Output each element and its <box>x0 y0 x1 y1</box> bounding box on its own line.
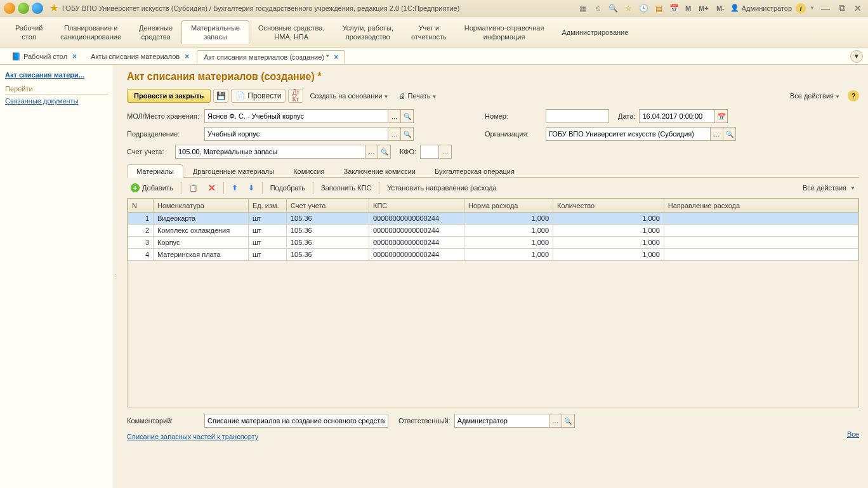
cell-norm[interactable]: 1,000 <box>464 225 553 237</box>
cell-direction[interactable] <box>664 237 858 249</box>
mol-input[interactable] <box>204 109 388 123</box>
move-down-button[interactable]: ⬇ <box>244 182 258 194</box>
comment-input[interactable] <box>204 414 388 428</box>
ellipsis-icon[interactable]: … <box>711 127 723 141</box>
cell-n[interactable]: 4 <box>128 249 154 261</box>
nav-reference[interactable]: Нормативно-справочная информация <box>456 21 553 44</box>
subtab-accounting-op[interactable]: Бухгалтерская операция <box>425 164 524 178</box>
post-and-close-button[interactable]: Провести и закрыть <box>127 89 211 103</box>
col-nomenclature[interactable]: Номенклатура <box>154 199 249 213</box>
cell-nomenclature[interactable]: Комплекс охлаждения <box>154 225 249 237</box>
nav-accounting[interactable]: Учет и отчетность <box>402 21 456 44</box>
cell-norm[interactable]: 1,000 <box>464 249 553 261</box>
move-up-button[interactable]: ⬆ <box>228 182 242 194</box>
tab-close-icon[interactable]: × <box>334 53 338 62</box>
col-n[interactable]: N <box>128 199 154 213</box>
tool-icon-2[interactable]: ⎋ <box>592 3 603 14</box>
search-icon[interactable]: 🔍 <box>401 127 414 141</box>
forward-button[interactable] <box>32 3 43 14</box>
select-items-button[interactable]: Подобрать <box>266 183 309 193</box>
memory-mplus-button[interactable]: M+ <box>697 4 711 12</box>
cell-direction[interactable] <box>664 225 858 237</box>
cell-n[interactable]: 3 <box>128 237 154 249</box>
col-unit[interactable]: Ед. изм. <box>249 199 287 213</box>
col-direction[interactable]: Направление расхода <box>664 199 858 213</box>
cell-n[interactable]: 1 <box>128 213 154 225</box>
sidebar-resize-handle[interactable]: ⋮ <box>113 65 118 488</box>
cell-direction[interactable] <box>664 213 858 225</box>
cell-norm[interactable]: 1,000 <box>464 237 553 249</box>
responsible-input[interactable] <box>454 414 549 428</box>
subtab-precious[interactable]: Драгоценные материалы <box>183 164 284 178</box>
cell-unit[interactable]: шт <box>249 213 287 225</box>
all-link[interactable]: Все <box>847 430 859 438</box>
dtkt-icon[interactable]: ДтКт <box>288 89 303 103</box>
tabs-more-button[interactable]: ▼ <box>850 50 863 63</box>
tab-act-create[interactable]: Акт списания материалов (создание) * × <box>197 50 345 64</box>
cell-kps[interactable]: 00000000000000244 <box>369 225 464 237</box>
table-row[interactable]: 1 Видеокарта шт 105.36 00000000000000244… <box>128 213 858 225</box>
tab-acts-list[interactable]: Акты списания материалов × <box>84 50 195 63</box>
nav-cash[interactable]: Денежные средства <box>130 21 181 44</box>
kfo-input[interactable] <box>420 145 439 159</box>
cell-qty[interactable]: 1,000 <box>553 213 664 225</box>
cell-qty[interactable]: 1,000 <box>553 225 664 237</box>
sidebar-title[interactable]: Акт списания матери... <box>5 71 108 79</box>
tool-icon-1[interactable]: ▦ <box>577 3 588 14</box>
history-icon[interactable]: 🕓 <box>638 3 649 14</box>
cell-kps[interactable]: 00000000000000244 <box>369 249 464 261</box>
podr-input[interactable] <box>204 127 388 141</box>
schet-input[interactable] <box>175 145 365 159</box>
tab-close-icon[interactable]: × <box>185 52 189 61</box>
search-icon[interactable]: 🔍 <box>562 414 575 428</box>
add-row-button[interactable]: +Добавить <box>127 182 177 194</box>
calculator-icon[interactable]: ▤ <box>653 3 664 14</box>
calendar-icon[interactable]: 📅 <box>715 109 728 123</box>
nav-assets[interactable]: Основные средства, НМА, НПА <box>249 21 334 44</box>
minimize-icon[interactable]: — <box>819 3 832 13</box>
back-button[interactable] <box>18 3 29 14</box>
ellipsis-icon[interactable]: … <box>365 145 378 159</box>
nav-admin[interactable]: Администрирование <box>553 25 637 39</box>
table-row[interactable]: 3 Корпус шт 105.36 00000000000000244 1,0… <box>128 237 858 249</box>
ellipsis-icon[interactable]: … <box>388 109 401 123</box>
save-icon[interactable]: 💾 <box>213 89 228 103</box>
tab-desktop[interactable]: 📘 Рабочий стол × <box>5 50 83 63</box>
nav-services[interactable]: Услуги, работы, производство <box>334 21 402 44</box>
cell-unit[interactable]: шт <box>249 225 287 237</box>
col-kps[interactable]: КПС <box>369 199 464 213</box>
info-dropdown-icon[interactable]: ▼ <box>810 5 815 11</box>
search-icon[interactable]: 🔍 <box>401 109 414 123</box>
favorites-icon[interactable]: ★ <box>49 2 58 14</box>
ellipsis-icon[interactable]: … <box>388 127 401 141</box>
cell-kps[interactable]: 00000000000000244 <box>369 213 464 225</box>
cell-unit[interactable]: шт <box>249 237 287 249</box>
memory-m-button[interactable]: M <box>683 4 693 12</box>
cell-account[interactable]: 105.36 <box>287 237 369 249</box>
help-icon[interactable]: ? <box>848 90 859 102</box>
subtab-commission[interactable]: Комиссия <box>284 164 334 178</box>
search-icon[interactable]: 🔍 <box>378 145 391 159</box>
subtab-conclusion[interactable]: Заключение комиссии <box>334 164 425 178</box>
create-based-button[interactable]: Создать на основании▼ <box>306 89 392 102</box>
copy-row-button[interactable]: 📋 <box>185 183 202 194</box>
cell-direction[interactable] <box>664 249 858 261</box>
all-actions-button[interactable]: Все действия▼ <box>786 89 844 102</box>
col-account[interactable]: Счет учета <box>287 199 369 213</box>
user-indicator[interactable]: 👤 Администратор <box>730 4 792 12</box>
sidebar-link-related[interactable]: Связанные документы <box>5 97 108 105</box>
date-input[interactable] <box>639 109 715 123</box>
nomer-input[interactable] <box>546 109 609 123</box>
col-qty[interactable]: Количество <box>553 199 664 213</box>
cell-account[interactable]: 105.36 <box>287 213 369 225</box>
nav-materials[interactable]: Материальные запасы <box>181 20 249 44</box>
fill-kps-button[interactable]: Заполнить КПС <box>317 183 375 193</box>
delete-row-button[interactable]: ✕ <box>204 181 220 194</box>
maximize-icon[interactable]: ⧉ <box>836 3 848 13</box>
ellipsis-icon[interactable]: … <box>439 145 452 159</box>
table-row[interactable]: 4 Материнская плата шт 105.36 0000000000… <box>128 249 858 261</box>
table-row[interactable]: 2 Комплекс охлаждения шт 105.36 00000000… <box>128 225 858 237</box>
col-norm[interactable]: Норма расхода <box>464 199 553 213</box>
ellipsis-icon[interactable]: … <box>549 414 562 428</box>
cell-nomenclature[interactable]: Корпус <box>154 237 249 249</box>
